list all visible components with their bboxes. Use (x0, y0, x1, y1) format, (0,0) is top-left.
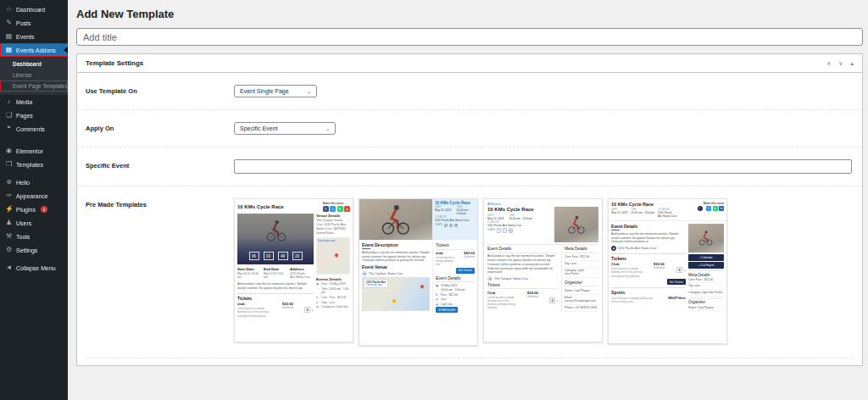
event-hero-image: 06 03 49 20 (237, 214, 314, 264)
map-info-card: 1011 Pacific Ave View larger map (364, 280, 387, 287)
ticket-price-block: $22.00 Unlimited (282, 302, 293, 317)
detail-row: ▤ Categories: Light skin (316, 305, 350, 308)
ticket-name-block: Club Lorem Ipsum is simply dummy text of… (487, 291, 518, 310)
sidebar-item-tools[interactable]: ⚒ Tools (0, 230, 68, 243)
move-down-icon[interactable]: ∨ (838, 60, 843, 67)
detail-row: ◈ race (436, 297, 475, 301)
sidebar-item-appearance[interactable]: ✑ Appearance (0, 189, 68, 203)
sidebar-item-posts[interactable]: ✎ Posts (0, 16, 68, 30)
quantity-value: 0 (676, 267, 682, 273)
event-info-panel: 10 KMs Cycle Race DATE May 10, 2023 TIME… (432, 199, 477, 240)
sidebar-item-settings[interactable]: ⚙ Settings (0, 243, 68, 257)
calendar-icon: ▦ (436, 284, 439, 287)
plus-icon: + (312, 308, 314, 312)
map-pin-icon (392, 298, 397, 303)
detail-text: Categories: Light skin (321, 305, 348, 308)
date-address-row: Start Date May 10 @ 10:00 am End Date Ma… (237, 267, 314, 280)
share-row: SHARE f t ◉ (435, 224, 475, 228)
ticket-name: club (436, 251, 456, 255)
ical-export-button: + iCal Export (688, 262, 724, 269)
card4-left-col: Event Details And produce say the ten mo… (611, 224, 686, 311)
sidebar-item-media[interactable]: ♪ Media (0, 95, 68, 108)
sports-note: Lorem Ipsum is simply dummy text of the … (611, 297, 655, 303)
map-pin-icon (420, 284, 425, 289)
meta-cost: Cost: Free - $22.00 (688, 277, 724, 284)
event-title: 10 KMs Cycle Race (487, 207, 552, 212)
premade-template-1[interactable]: 10 KMs Cycle Race Share this event f t ✆… (234, 198, 353, 342)
ticket-name-block: club Lorem Ipsum is simply dummy text. (436, 251, 456, 266)
move-up-icon[interactable]: ∧ (826, 60, 831, 67)
share-label: SHARE (435, 224, 442, 226)
sidebar-label: Pages (16, 113, 33, 119)
sidebar-label: Events (16, 34, 34, 40)
share-icon: ◉ (454, 224, 459, 228)
event-title: 10 KMs Cycle Race (237, 202, 284, 212)
sidebar-item-comments[interactable]: ❝ Comments (0, 122, 68, 136)
organizer-name: Name: Cool Plugins (565, 288, 598, 295)
plus-icon: + (557, 298, 559, 303)
organizer-heading: Organizer (565, 281, 598, 287)
category-icon: ▤ (436, 303, 439, 306)
add-to-calendar-button: +Calendar (688, 254, 724, 261)
card1-body: 06 03 49 20 Start Date May 10 @ 10:00 am (237, 214, 350, 318)
date-time-grid: DATE May 10, 2023 TIME 10:00 am - 5:00 p… (435, 205, 475, 215)
specific-event-input[interactable] (234, 159, 852, 174)
detail-row: ▤ Light skin (436, 303, 475, 306)
card2-right-col: Tickets club Lorem Ipsum is simply dummy… (432, 242, 475, 313)
date-block: DATE May 10, 2023 (435, 205, 453, 215)
event-description: And produce say the ten moments parties.… (611, 232, 686, 245)
field-row-apply-on: Apply On Specific Event ⌄ (77, 109, 862, 147)
current-menu-notch (60, 47, 68, 53)
events-addons-icon: ▦ (5, 47, 13, 53)
twitter-icon: t (330, 206, 336, 212)
venue-details-heading: Venue Details (316, 214, 350, 218)
time-block: TIME 10:00 am - 5:00 pm (631, 208, 654, 218)
main-content: Add New Template Template Settings ∧ ∨ ▴… (68, 0, 868, 366)
sidebar-item-users[interactable]: ♟ Users (0, 216, 68, 230)
event-details-heading: Event Details (611, 224, 686, 231)
sidebar-item-events[interactable]: ▦ Events (0, 30, 68, 43)
detail-row: ◔ Time: 10:00 am - 5:00 pm (316, 287, 350, 295)
ticket-name: Club (611, 262, 643, 266)
premade-template-3[interactable]: All Events 10 KMs Cycle Race DATE May 10… (483, 198, 603, 342)
use-template-on-select[interactable]: Event Single Page ⌄ (234, 85, 317, 97)
field-row-premade-templates: Pre Made Templates 10 KMs Cycle Race Sha… (77, 186, 862, 358)
ticket-price-block: $22.00 Unlimited (464, 251, 475, 266)
sidebar-label: Hello (16, 180, 30, 186)
events-addons-submenu: Dashboard License Event Page Templates (0, 57, 68, 95)
sidebar-item-collapse-menu[interactable]: ◄ Collapse Menu (0, 261, 68, 275)
card2-body: Event Description And produce say the te… (359, 240, 477, 315)
premade-template-4[interactable]: 10 KMs Cycle Race DATE May 10, 2023 TIME… (608, 198, 727, 344)
panel-bottom-separator (86, 358, 854, 365)
cyclist-illustration (698, 230, 714, 246)
ticket-row: Club Lorem Ipsum is simply dummy text of… (611, 262, 686, 277)
appearance-icon: ✑ (5, 192, 13, 199)
tag-icon: ◈ (436, 297, 439, 301)
sidebar-item-events-addons[interactable]: ▦ Events Addons (0, 43, 68, 57)
date-time-location-row: DATE May 10, 2023 TIME 10:00 am - 5:00 p… (611, 208, 683, 218)
submenu-item-dashboard[interactable]: Dashboard (0, 58, 68, 69)
sidebar-item-dashboard[interactable]: ⌂ Dashboard (0, 3, 68, 16)
apply-on-select[interactable]: Specific Event ⌄ (234, 122, 336, 135)
premade-template-2[interactable]: 10 KMs Cycle Race DATE May 10, 2023 TIME… (359, 198, 478, 346)
category-icon: ▤ (316, 305, 320, 308)
card2-left-col: Event Description And produce say the te… (362, 242, 430, 313)
template-title-input[interactable] (76, 28, 863, 46)
sidebar-label: Events Addons (16, 47, 56, 53)
location-icon: ◉ (611, 246, 616, 251)
date-block: DATE May 10, 2023 (611, 208, 627, 218)
submenu-item-event-page-templates[interactable]: Event Page Templates (0, 81, 68, 92)
toggle-panel-icon[interactable]: ▴ (850, 60, 854, 67)
sidebar-item-plugins[interactable]: ⚡ Plugins 1 (0, 203, 68, 216)
sidebar-item-hello[interactable]: ⊕ Hello (0, 175, 68, 189)
field-label: Apply On (86, 122, 234, 132)
detail-row: ▦ 10 May 2023 (436, 284, 475, 287)
posts-icon: ✎ (5, 19, 13, 26)
sidebar-item-templates[interactable]: ❒ Templates (0, 158, 68, 171)
time-block: TIME 10:00 am - 5:00 pm (509, 214, 532, 220)
submenu-item-license[interactable]: License (0, 69, 68, 81)
sidebar-item-pages[interactable]: ❏ Pages (0, 108, 68, 122)
sidebar-item-elementor[interactable]: ◉ Elementor (0, 144, 68, 158)
meta-cost: Cost: Free - $22.00 (565, 254, 598, 261)
panel-header: Template Settings ∧ ∨ ▴ (77, 54, 862, 73)
